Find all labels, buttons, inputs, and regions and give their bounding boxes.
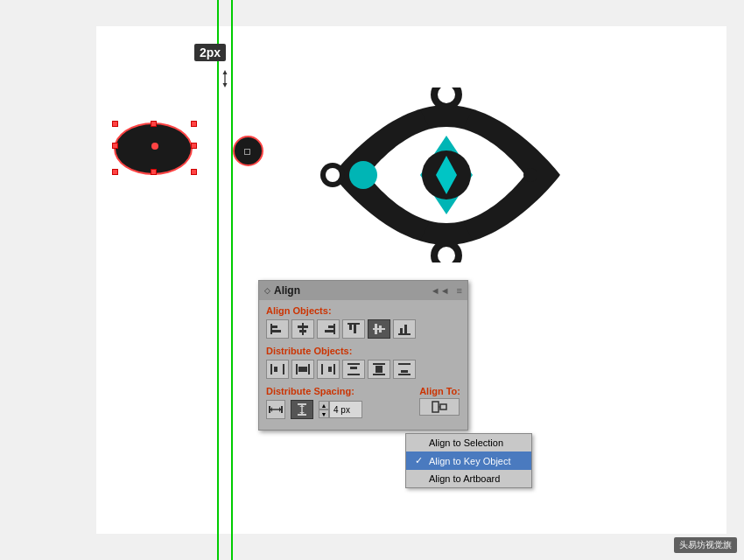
svg-rect-20 (325, 330, 333, 332)
svg-rect-46 (398, 374, 411, 375)
svg-rect-15 (302, 323, 304, 335)
svg-marker-56 (299, 405, 305, 407)
svg-rect-37 (333, 364, 335, 374)
align-to-dropdown[interactable] (419, 398, 460, 416)
spacing-stepper: ▲ ▼ (319, 401, 329, 418)
svg-point-10 (349, 161, 377, 189)
svg-rect-19 (328, 326, 333, 328)
arrow-indicator (219, 70, 231, 88)
spacing-up-btn[interactable]: ▲ (319, 401, 329, 410)
distribute-spacing-section: Distribute Spacing: ▲ (266, 386, 414, 424)
spacing-value-display[interactable]: 4 px (329, 401, 362, 418)
svg-point-9 (326, 168, 340, 182)
svg-rect-27 (398, 333, 411, 335)
svg-point-11 (523, 168, 537, 182)
dist-bottom-btn[interactable] (393, 360, 416, 379)
svg-rect-40 (347, 374, 360, 375)
panel-body: Align Objects: (259, 300, 467, 430)
svg-rect-22 (349, 325, 352, 330)
svg-rect-13 (272, 326, 277, 328)
align-bottom-btn[interactable] (393, 319, 416, 339)
panel-collapse-btn[interactable]: ◄◄ (431, 285, 450, 296)
svg-rect-33 (296, 364, 298, 374)
align-center-h-btn[interactable] (291, 319, 314, 339)
svg-rect-36 (321, 364, 323, 374)
dist-right-btn[interactable] (317, 360, 340, 379)
svg-rect-38 (328, 367, 332, 372)
watermark: 头易坊视觉旗 (674, 537, 737, 553)
dropdown-item-align-artboard[interactable]: Align to Artboard (406, 470, 531, 487)
spacing-down-btn[interactable]: ▼ (319, 410, 329, 418)
svg-rect-18 (333, 324, 335, 334)
svg-rect-58 (432, 402, 439, 412)
svg-rect-48 (269, 406, 270, 413)
distribute-spacing-row: ▲ ▼ 4 px (266, 400, 414, 419)
align-objects-label: Align Objects: (266, 305, 460, 316)
dist-top-btn[interactable] (342, 360, 365, 379)
svg-rect-25 (375, 324, 377, 334)
svg-marker-52 (279, 407, 281, 412)
dist-center-h-btn[interactable] (291, 360, 314, 379)
selection-handle-br[interactable] (191, 169, 197, 175)
svg-rect-34 (308, 364, 310, 374)
checkmark-align-key-object: ✓ (415, 455, 424, 466)
svg-rect-29 (404, 325, 407, 333)
align-to-label: Align To: (419, 386, 460, 396)
svg-rect-47 (401, 370, 408, 373)
svg-rect-35 (298, 367, 307, 372)
dist-center-v-btn[interactable] (368, 360, 390, 379)
panel-menu-btn[interactable]: ≡ (457, 285, 462, 296)
align-right-btn[interactable] (317, 319, 340, 339)
dropdown-item-align-key-object[interactable]: ✓ Align to Key Object (406, 452, 531, 470)
svg-rect-32 (274, 367, 277, 372)
dist-spacing-v-btn[interactable] (291, 400, 313, 419)
selection-handle-tr[interactable] (191, 121, 197, 127)
green-guide-line-2 (231, 0, 233, 560)
dist-left-btn[interactable] (266, 360, 289, 379)
panel-titlebar: ◇ Align ◄◄ ≡ (259, 281, 467, 300)
distribute-spacing-label: Distribute Spacing: (266, 386, 414, 396)
svg-rect-59 (440, 404, 446, 410)
selection-handle-bm[interactable] (151, 169, 157, 175)
dist-spacing-h-btn[interactable] (266, 400, 285, 419)
align-panel: ◇ Align ◄◄ ≡ Align Objects: (258, 280, 468, 430)
svg-rect-44 (376, 366, 383, 373)
spacing-input-group: ▲ ▼ 4 px (319, 401, 362, 418)
panel-title-text: Align (274, 284, 300, 297)
svg-marker-2 (223, 83, 228, 88)
svg-rect-21 (347, 323, 360, 325)
svg-rect-42 (373, 363, 385, 365)
panel-title-left: ◇ Align (264, 284, 300, 297)
svg-marker-57 (299, 412, 305, 414)
selection-handle-tl[interactable] (112, 121, 118, 127)
panel-collapse-icon[interactable]: ◇ (264, 286, 270, 295)
svg-rect-23 (354, 325, 356, 333)
align-left-btn[interactable] (266, 319, 289, 339)
svg-rect-16 (298, 326, 308, 328)
svg-rect-31 (283, 364, 284, 374)
align-top-btn[interactable] (342, 319, 365, 339)
selection-handle-ml[interactable] (112, 143, 118, 149)
svg-marker-51 (270, 407, 272, 412)
distribute-objects-label: Distribute Objects: (266, 346, 460, 356)
canvas: 2px (0, 0, 744, 560)
svg-marker-0 (223, 70, 228, 74)
align-objects-row (266, 319, 460, 339)
svg-rect-26 (379, 326, 382, 332)
align-center-v-btn[interactable] (368, 319, 390, 339)
svg-rect-14 (272, 330, 281, 332)
selection-handle-mr[interactable] (191, 143, 197, 149)
selection-handle-tm[interactable] (151, 121, 157, 127)
svg-rect-49 (281, 406, 283, 413)
svg-rect-41 (350, 367, 357, 369)
align-to-dropdown-menu: Align to Selection ✓ Align to Key Object… (405, 433, 532, 488)
svg-rect-54 (298, 414, 306, 416)
svg-rect-30 (270, 364, 272, 374)
distribute-objects-row (266, 360, 460, 379)
eye-icon-graphic (315, 88, 578, 262)
dropdown-item-align-selection[interactable]: Align to Selection (406, 434, 531, 452)
ellipse-center-dot (151, 143, 158, 150)
circle-center-dot (244, 149, 250, 155)
align-to-section: Align To: (419, 386, 460, 416)
selection-handle-bl[interactable] (112, 169, 118, 175)
